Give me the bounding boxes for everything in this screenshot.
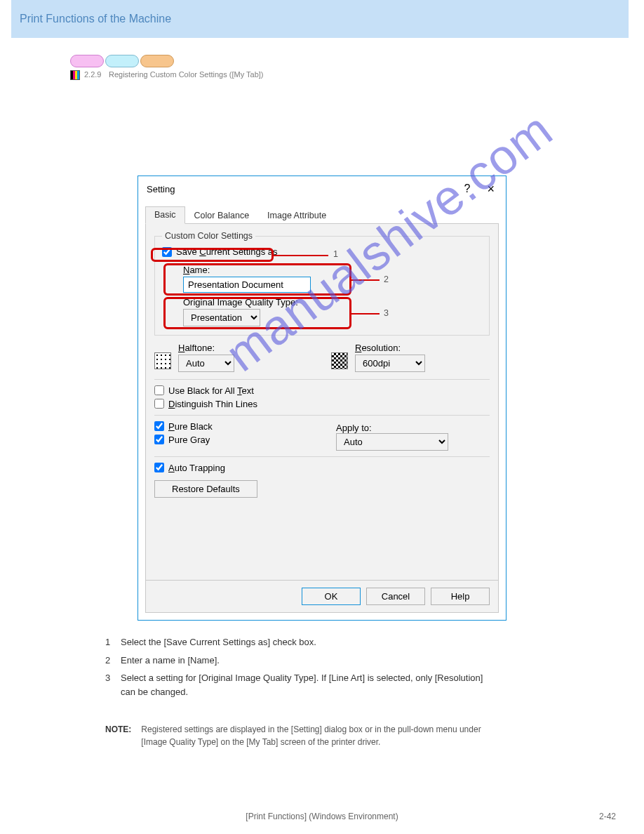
pill-row <box>70 55 174 67</box>
oiqt-select[interactable]: Presentation <box>183 309 260 326</box>
pure-black-label: Pure Black <box>168 421 213 432</box>
close-icon[interactable]: × <box>484 182 497 197</box>
tab-image-attribute[interactable]: Image Attribute <box>258 207 335 224</box>
pure-apply-row: Pure Black Pure Gray Apply to: Auto <box>154 421 490 451</box>
distinguish-label: Distinguish Thin Lines <box>168 399 257 409</box>
name-label: Name: <box>183 265 482 275</box>
tab-basic[interactable]: Basic <box>145 206 185 224</box>
ok-button[interactable]: OK <box>302 588 361 605</box>
dialog-title: Setting <box>147 184 175 194</box>
cancel-button[interactable]: Cancel <box>366 588 425 605</box>
basic-panel: Custom Color Settings Save Current Setti… <box>145 224 499 581</box>
halftone-resolution-row: Halftone: Auto Resolution: <box>154 343 490 372</box>
color-bars-icon <box>70 70 80 80</box>
custom-color-settings-group: Custom Color Settings Save Current Setti… <box>154 231 490 336</box>
tab-color-balance[interactable]: Color Balance <box>185 207 259 224</box>
callout-label-2: 2 <box>384 274 389 284</box>
dialog-screenshot: Setting ? × Basic Color Balance Image At… <box>137 176 507 621</box>
divider <box>154 415 490 416</box>
note-block: NOTE: Registered settings are displayed … <box>105 723 498 748</box>
tab-row: Basic Color Balance Image Attribute <box>145 204 499 224</box>
setting-dialog: Setting ? × Basic Color Balance Image At… <box>137 176 507 621</box>
resolution-label: Resolution: <box>355 343 425 353</box>
name-input[interactable] <box>183 277 311 293</box>
help-icon[interactable]: ? <box>464 183 471 195</box>
section-number: 2.2.9 <box>84 70 101 79</box>
dialog-titlebar: Setting ? × <box>138 176 506 201</box>
original-image-quality-row: Original Image Quality Type: Presentatio… <box>183 297 482 326</box>
callout-label-1: 1 <box>333 249 338 259</box>
save-current-label: Save Current Settings as <box>176 246 278 257</box>
distinguish-checkbox[interactable]: Distinguish Thin Lines <box>154 399 490 409</box>
dialog-button-bar: OK Cancel Help <box>145 581 499 613</box>
help-button[interactable]: Help <box>431 588 490 605</box>
pill-magenta <box>70 55 104 67</box>
desc-item-1: 1Select the [Save Current Settings as] c… <box>105 635 498 649</box>
distinguish-input[interactable] <box>154 399 164 409</box>
pure-black-input[interactable] <box>154 421 164 431</box>
pure-gray-checkbox[interactable]: Pure Gray <box>154 435 308 445</box>
name-row: Name: <box>183 265 482 293</box>
halftone-icon <box>154 352 171 369</box>
halftone-label: Halftone: <box>178 343 234 353</box>
save-current-input[interactable] <box>162 247 172 257</box>
pill-orange <box>140 55 174 67</box>
desc-item-2: 2Enter a name in [Name]. <box>105 654 498 668</box>
desc-item-3: 3Select a setting for [Original Image Qu… <box>105 671 498 699</box>
note-text: Registered settings are displayed in the… <box>141 723 498 748</box>
divider <box>154 379 490 380</box>
description-block: 1Select the [Save Current Settings as] c… <box>105 635 498 703</box>
section-name: Registering Custom Color Settings ([My T… <box>109 70 264 79</box>
apply-to-label: Apply to: <box>336 423 372 433</box>
groupbox-title: Custom Color Settings <box>162 231 255 241</box>
resolution-icon <box>331 352 348 369</box>
footer-right: 2-42 <box>599 812 616 821</box>
halftone-select[interactable]: Auto <box>178 355 234 372</box>
pill-cyan <box>105 55 139 67</box>
pure-black-checkbox[interactable]: Pure Black <box>154 421 308 432</box>
use-black-input[interactable] <box>154 385 164 395</box>
page-header-title: Print Functions of the Machine <box>20 13 171 25</box>
save-current-checkbox[interactable]: Save Current Settings as <box>162 246 278 257</box>
callout-label-3: 3 <box>384 308 389 318</box>
auto-trapping-input[interactable] <box>154 463 164 472</box>
use-black-label: Use Black for All Text <box>168 385 254 396</box>
oiqt-label: Original Image Quality Type: <box>183 297 482 307</box>
restore-defaults-button[interactable]: Restore Defaults <box>154 480 257 498</box>
auto-trapping-label: Auto Trapping <box>168 463 225 473</box>
divider <box>154 456 490 457</box>
resolution-select[interactable]: 600dpi <box>355 355 425 372</box>
auto-trapping-checkbox[interactable]: Auto Trapping <box>154 463 490 473</box>
apply-to-select[interactable]: Auto <box>336 433 448 451</box>
pure-gray-label: Pure Gray <box>168 435 210 445</box>
pure-gray-input[interactable] <box>154 435 164 444</box>
footer-center: [Print Functions] (Windows Environment) <box>0 812 644 821</box>
use-black-checkbox[interactable]: Use Black for All Text <box>154 385 490 396</box>
note-label: NOTE: <box>105 723 131 748</box>
